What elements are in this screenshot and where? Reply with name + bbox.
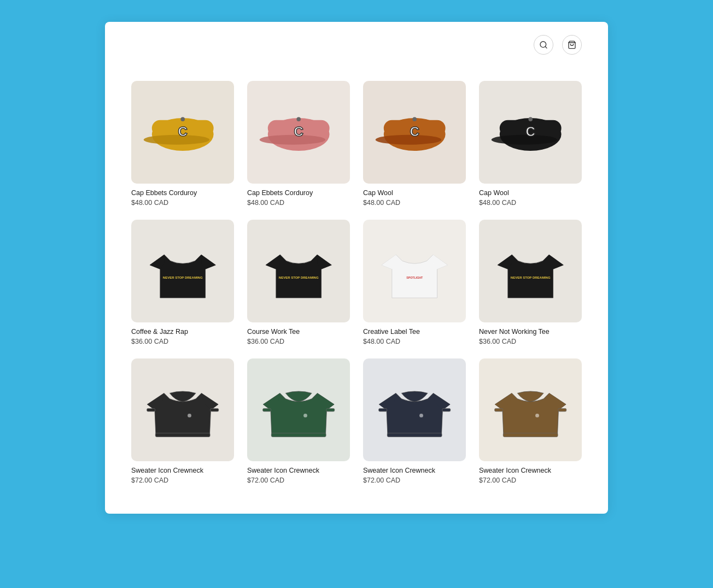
product-card[interactable]: NEVER STOP DREAMING Course Work Tee $36.… [247, 220, 350, 345]
svg-rect-31 [262, 408, 271, 411]
product-img-placeholder: C [479, 81, 582, 184]
svg-rect-41 [503, 433, 558, 437]
product-img-placeholder: C [247, 81, 350, 184]
product-image-container: C [131, 81, 234, 184]
store-container: C Cap Ebbets Corduroy $48.00 CAD C Cap E… [105, 22, 608, 514]
product-name: Coffee & Jazz Rap [131, 328, 234, 336]
product-image-container: NEVER STOP DREAMING [479, 220, 582, 322]
product-price: $36.00 CAD [247, 338, 350, 345]
svg-rect-37 [387, 433, 442, 437]
svg-point-12 [296, 117, 301, 121]
product-img-placeholder: SPOTLIGHT [363, 220, 466, 322]
product-img-placeholder: C [131, 81, 234, 184]
product-price: $48.00 CAD [131, 199, 234, 207]
sweater-image [258, 369, 340, 451]
product-image-container [363, 358, 466, 461]
product-image-container [131, 358, 234, 461]
svg-rect-36 [442, 408, 451, 411]
product-name: Sweater Icon Crewneck [247, 467, 350, 474]
product-card[interactable]: Sweater Icon Crewneck $72.00 CAD [131, 358, 234, 484]
svg-text:C: C [178, 124, 187, 138]
product-img-placeholder [131, 358, 234, 461]
product-name: Sweater Icon Crewneck [363, 467, 466, 474]
svg-point-38 [419, 414, 423, 418]
product-card[interactable]: NEVER STOP DREAMING Never Not Working Te… [479, 220, 582, 345]
svg-point-22 [528, 117, 533, 121]
svg-point-7 [180, 117, 185, 121]
sweater-image [373, 369, 455, 451]
product-image-container: C [247, 81, 350, 184]
svg-rect-39 [494, 408, 502, 411]
cap-image: C [373, 91, 455, 173]
search-button[interactable] [534, 35, 553, 55]
cart-button[interactable] [562, 35, 582, 55]
svg-point-17 [412, 117, 417, 121]
product-img-placeholder [247, 358, 350, 461]
product-name: Sweater Icon Crewneck [479, 467, 582, 474]
product-img-placeholder: C [363, 81, 466, 184]
sweater-image [489, 369, 571, 451]
svg-text:NEVER STOP DREAMING: NEVER STOP DREAMING [279, 276, 319, 279]
svg-text:SPOTLIGHT: SPOTLIGHT [406, 276, 423, 279]
product-name: Creative Label Tee [363, 328, 466, 336]
product-card[interactable]: C Cap Ebbets Corduroy $48.00 CAD [247, 81, 350, 207]
svg-text:C: C [525, 124, 535, 138]
product-price: $48.00 CAD [363, 199, 466, 207]
cap-image: C [489, 91, 571, 173]
svg-rect-28 [211, 408, 219, 411]
product-name: Cap Wool [363, 189, 466, 197]
svg-rect-35 [378, 408, 387, 411]
product-name: Course Work Tee [247, 328, 350, 336]
product-img-placeholder [363, 358, 466, 461]
sweater-image [142, 369, 224, 451]
product-price: $48.00 CAD [363, 338, 466, 345]
svg-rect-29 [155, 433, 210, 437]
product-img-placeholder: NEVER STOP DREAMING [479, 220, 582, 322]
tee-image: NEVER STOP DREAMING [142, 230, 224, 312]
search-icon [539, 40, 548, 49]
product-card[interactable]: C Cap Wool $48.00 CAD [363, 81, 466, 207]
product-card[interactable]: Sweater Icon Crewneck $72.00 CAD [247, 358, 350, 484]
product-card[interactable]: Sweater Icon Crewneck $72.00 CAD [363, 358, 466, 484]
product-price: $48.00 CAD [479, 199, 582, 207]
product-image-container [479, 358, 582, 461]
product-grid: C Cap Ebbets Corduroy $48.00 CAD C Cap E… [105, 68, 608, 506]
svg-point-15 [376, 135, 441, 145]
product-image-container [247, 358, 350, 461]
svg-text:C: C [294, 124, 303, 138]
tee-image: NEVER STOP DREAMING [489, 230, 571, 312]
cap-image: C [142, 91, 224, 173]
product-price: $36.00 CAD [131, 338, 234, 345]
svg-point-5 [144, 135, 209, 145]
svg-rect-27 [147, 408, 155, 411]
product-card[interactable]: C Cap Wool $48.00 CAD [479, 81, 582, 207]
svg-point-10 [260, 135, 325, 145]
product-card[interactable]: NEVER STOP DREAMING Coffee & Jazz Rap $3… [131, 220, 234, 345]
product-card[interactable]: C Cap Ebbets Corduroy $48.00 CAD [131, 81, 234, 207]
product-price: $72.00 CAD [247, 477, 350, 484]
svg-line-1 [545, 46, 547, 48]
product-price: $36.00 CAD [479, 338, 582, 345]
product-price: $72.00 CAD [479, 477, 582, 484]
product-price: $72.00 CAD [131, 477, 234, 484]
product-img-placeholder [479, 358, 582, 461]
svg-point-34 [303, 414, 307, 418]
product-image-container: NEVER STOP DREAMING [131, 220, 234, 322]
product-image-container: C [479, 81, 582, 184]
svg-point-20 [492, 135, 557, 145]
svg-rect-40 [558, 408, 566, 411]
product-price: $72.00 CAD [363, 477, 466, 484]
product-name: Never Not Working Tee [479, 328, 582, 336]
product-image-container: NEVER STOP DREAMING [247, 220, 350, 322]
svg-text:NEVER STOP DREAMING: NEVER STOP DREAMING [163, 276, 203, 279]
cap-image: C [258, 91, 340, 173]
product-img-placeholder: NEVER STOP DREAMING [131, 220, 234, 322]
tee-image: NEVER STOP DREAMING [258, 230, 340, 312]
svg-rect-33 [271, 433, 326, 437]
svg-text:NEVER STOP DREAMING: NEVER STOP DREAMING [511, 276, 551, 279]
svg-text:C: C [410, 124, 419, 138]
product-price: $48.00 CAD [247, 199, 350, 207]
svg-rect-32 [326, 408, 335, 411]
product-card[interactable]: Sweater Icon Crewneck $72.00 CAD [479, 358, 582, 484]
product-card[interactable]: SPOTLIGHT Creative Label Tee $48.00 CAD [363, 220, 466, 345]
